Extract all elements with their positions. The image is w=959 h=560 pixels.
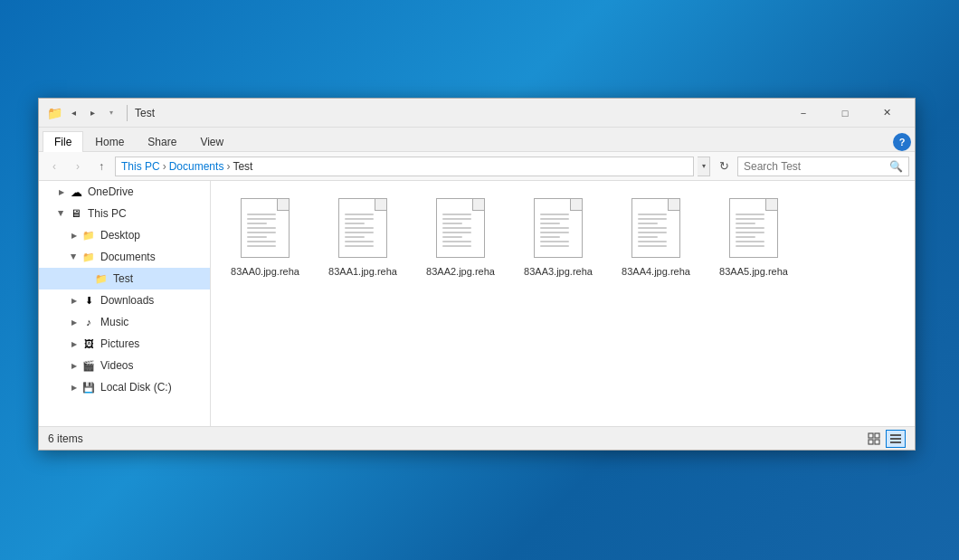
sidebar-label-this-pc: This PC — [88, 207, 127, 220]
file-name: 83AA1.jpg.reha — [328, 265, 397, 278]
doc-line — [540, 236, 560, 238]
sidebar-item-music[interactable]: ▶ ♪ Music — [39, 311, 210, 333]
folder-icon: 📁 — [46, 105, 62, 121]
sep-1: › — [163, 160, 166, 173]
file-item[interactable]: 83AA4.jpg.reha — [611, 190, 701, 286]
doc-line — [247, 232, 276, 233]
forward-button[interactable]: › — [68, 157, 88, 176]
view-grid-button[interactable] — [864, 430, 884, 448]
onedrive-icon: ☁ — [68, 184, 84, 200]
sidebar-item-pictures[interactable]: ▶ 🖼 Pictures — [39, 333, 210, 355]
doc-line — [638, 227, 667, 229]
search-box[interactable]: 🔍 — [737, 157, 909, 176]
doc-line — [540, 245, 569, 247]
doc-lines — [638, 214, 667, 247]
file-item[interactable]: 83AA0.jpg.reha — [220, 190, 310, 286]
doc-line — [540, 241, 569, 242]
doc-lines — [247, 214, 276, 247]
ribbon-tabs: File Home Share View ? — [39, 128, 915, 151]
sidebar-item-downloads[interactable]: ▶ ⬇ Downloads — [39, 289, 210, 311]
local-disk-icon: 💾 — [81, 379, 97, 395]
documents-icon: 📁 — [81, 249, 97, 265]
file-icon — [336, 198, 390, 261]
doc-line — [345, 236, 365, 238]
up-button[interactable]: ↑ — [91, 157, 111, 176]
title-bar: 📁 ◂ ▸ ▾ Test − □ ✕ — [39, 99, 915, 128]
svg-rect-6 — [890, 441, 901, 443]
doc-line — [247, 223, 267, 224]
file-name: 83AA3.jpg.reha — [524, 265, 593, 278]
dropdown-arrow[interactable]: ▾ — [103, 105, 119, 121]
doc-line — [442, 227, 471, 229]
search-icon[interactable]: 🔍 — [889, 160, 903, 173]
doc-line — [247, 214, 276, 215]
sep-2: › — [226, 160, 230, 173]
doc-line — [736, 245, 764, 247]
file-item[interactable]: 83AA1.jpg.reha — [318, 190, 408, 286]
sidebar-item-documents[interactable]: ▶ 📁 Documents — [39, 246, 210, 268]
doc-line — [540, 223, 560, 224]
svg-rect-2 — [869, 440, 873, 444]
file-icon — [629, 198, 683, 261]
close-button[interactable]: ✕ — [866, 99, 907, 128]
doc-line — [540, 214, 569, 215]
file-name: 83AA0.jpg.reha — [231, 265, 299, 278]
sidebar-item-this-pc[interactable]: ▶ 🖥 This PC — [39, 203, 210, 224]
sidebar-item-desktop[interactable]: ▶ 📁 Desktop — [39, 224, 210, 246]
help-button[interactable]: ? — [893, 133, 911, 151]
search-input[interactable] — [744, 160, 886, 173]
file-name: 83AA4.jpg.reha — [622, 265, 690, 278]
file-item[interactable]: 83AA3.jpg.reha — [513, 190, 603, 286]
desktop-icon: 📁 — [81, 227, 97, 243]
doc-line — [736, 223, 755, 224]
expand-arrow-thispc: ▶ — [55, 207, 68, 220]
doc-line — [442, 236, 462, 238]
doc-line — [442, 241, 471, 242]
expand-arrow-videos: ▶ — [68, 359, 81, 372]
file-item[interactable]: 83AA2.jpg.reha — [415, 190, 506, 286]
breadcrumb-documents[interactable]: Documents — [169, 160, 224, 173]
doc-line — [638, 232, 667, 233]
doc-line — [345, 214, 374, 215]
svg-rect-0 — [869, 433, 873, 438]
doc-line — [638, 236, 658, 238]
svg-rect-4 — [890, 434, 901, 436]
sidebar-label-test: Test — [113, 272, 133, 285]
back-button[interactable]: ‹ — [44, 157, 64, 176]
view-list-button[interactable] — [886, 430, 906, 448]
tab-file[interactable]: File — [43, 131, 83, 152]
doc-lines — [736, 214, 764, 247]
title-bar-icons: 📁 ◂ ▸ ▾ — [46, 105, 119, 121]
file-name: 83AA2.jpg.reha — [426, 265, 495, 278]
expand-arrow-downloads: ▶ — [68, 294, 81, 307]
back-quick-btn[interactable]: ◂ — [65, 105, 81, 121]
doc-line — [442, 245, 471, 247]
file-icon — [531, 198, 585, 261]
address-input[interactable]: This PC › Documents › Test — [115, 157, 694, 176]
maximize-button[interactable]: □ — [824, 99, 866, 128]
explorer-window: 📁 ◂ ▸ ▾ Test − □ ✕ File Home Share View … — [38, 98, 916, 451]
file-icon — [238, 198, 292, 261]
minimize-button[interactable]: − — [783, 99, 824, 128]
sidebar-item-local-disk[interactable]: ▶ 💾 Local Disk (C:) — [39, 376, 210, 398]
sidebar-label-videos: Videos — [100, 359, 133, 372]
this-pc-icon: 🖥 — [68, 205, 84, 222]
tab-home[interactable]: Home — [83, 131, 136, 152]
doc-page — [436, 198, 485, 258]
file-item[interactable]: 83AA5.jpg.reha — [708, 190, 799, 286]
sidebar-item-videos[interactable]: ▶ 🎬 Videos — [39, 355, 210, 376]
doc-page — [631, 198, 680, 258]
breadcrumb-this-pc[interactable]: This PC — [121, 160, 160, 173]
sidebar-item-onedrive[interactable]: ▶ ☁ OneDrive — [39, 181, 210, 203]
sidebar-item-test[interactable]: 📁 Test — [39, 268, 210, 289]
tab-share[interactable]: Share — [136, 131, 188, 152]
refresh-button[interactable]: ↻ — [714, 157, 734, 176]
tab-view[interactable]: View — [188, 131, 235, 152]
forward-quick-btn[interactable]: ▸ — [84, 105, 100, 121]
downloads-icon: ⬇ — [81, 292, 97, 308]
doc-lines — [540, 214, 569, 247]
doc-line — [638, 245, 667, 247]
address-dropdown[interactable]: ▾ — [698, 157, 710, 176]
window-title: Test — [135, 107, 783, 119]
doc-line — [638, 241, 667, 242]
